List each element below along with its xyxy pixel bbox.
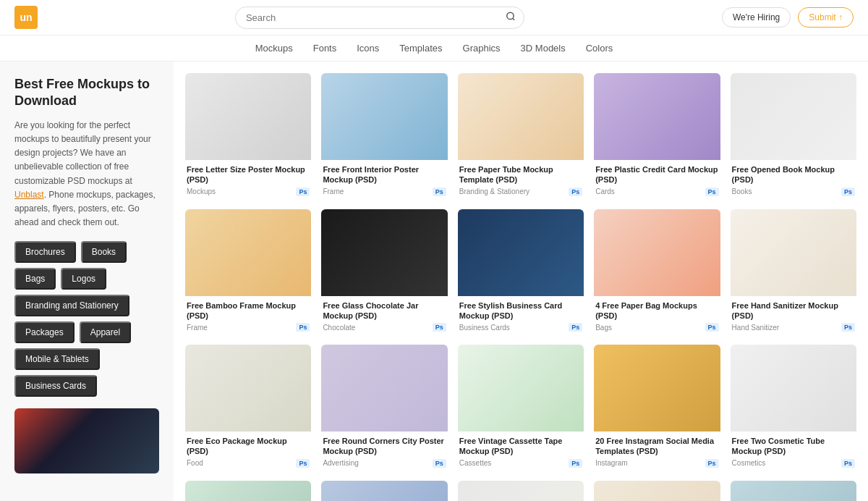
card-title-8: 4 Free Paper Bag Mockups (PSD): [595, 300, 718, 321]
card-title-0: Free Letter Size Poster Mockup (PSD): [187, 164, 310, 185]
nav-item-3d models[interactable]: 3D Models: [521, 43, 566, 54]
card-info-13: 20 Free Instagram Social Media Templates…: [594, 431, 720, 471]
card-15[interactable]: Free Mockup 1 Mockups Ps: [185, 481, 311, 501]
tag-mobile-&-tablets[interactable]: Mobile & Tablets: [14, 348, 100, 370]
card-meta-4: Books Ps: [732, 188, 855, 196]
tag-apparel[interactable]: Apparel: [80, 321, 131, 343]
card-10[interactable]: Free Eco Package Mockup (PSD) Food Ps: [185, 345, 311, 471]
nav-item-mockups[interactable]: Mockups: [255, 43, 293, 54]
card-meta-8: Bags Ps: [595, 323, 718, 332]
card-12[interactable]: Free Vintage Cassette Tape Mockup (PSD) …: [458, 345, 584, 471]
ps-badge-14: Ps: [841, 459, 855, 468]
tag-brochures[interactable]: Brochures: [14, 241, 76, 263]
card-title-7: Free Stylish Business Card Mockup (PSD): [459, 300, 582, 321]
card-info-7: Free Stylish Business Card Mockup (PSD) …: [458, 296, 584, 335]
card-title-14: Free Two Cosmetic Tube Mockup (PSD): [732, 436, 855, 457]
card-meta-9: Hand Sanitizer Ps: [732, 323, 855, 332]
card-image-18: [594, 481, 720, 501]
card-info-12: Free Vintage Cassette Tape Mockup (PSD) …: [458, 431, 584, 471]
card-info-10: Free Eco Package Mockup (PSD) Food Ps: [185, 431, 311, 471]
tag-packages[interactable]: Packages: [14, 321, 75, 343]
sidebar: Best Free Mockups to Download Are you lo…: [0, 62, 174, 501]
card-9[interactable]: Free Hand Sanitizer Mockup (PSD) Hand Sa…: [731, 209, 856, 335]
tag-branding-and-stationery[interactable]: Branding and Stationery: [14, 295, 129, 316]
card-image-10: [185, 345, 311, 431]
card-category-3: Cards: [595, 188, 615, 195]
card-19[interactable]: Free Bag Mockup Bags Ps: [731, 481, 856, 501]
tag-business-cards[interactable]: Business Cards: [14, 375, 97, 397]
card-info-5: Free Bamboo Frame Mockup (PSD) Frame Ps: [185, 296, 311, 335]
card-3[interactable]: Free Plastic Credit Card Mockup (PSD) Ca…: [594, 73, 720, 199]
card-title-12: Free Vintage Cassette Tape Mockup (PSD): [459, 436, 582, 457]
ps-badge-10: Ps: [296, 459, 310, 468]
logo[interactable]: un: [14, 6, 38, 29]
card-title-5: Free Bamboo Frame Mockup (PSD): [187, 300, 310, 321]
card-4[interactable]: Free Opened Book Mockup (PSD) Books Ps: [731, 73, 856, 199]
main-nav: MockupsFontsIconsTemplatesGraphics3D Mod…: [0, 35, 868, 62]
card-5[interactable]: Free Bamboo Frame Mockup (PSD) Frame Ps: [185, 209, 311, 335]
card-category-11: Advertising: [323, 459, 358, 467]
content-area: Free Letter Size Poster Mockup (PSD) Moc…: [174, 62, 868, 501]
card-18[interactable]: Free Person Mockup Apparel Ps: [594, 481, 720, 501]
svg-point-0: [507, 12, 514, 19]
card-info-0: Free Letter Size Poster Mockup (PSD) Moc…: [185, 160, 311, 199]
card-17[interactable]: Free Box Mockup Packaging Ps: [458, 481, 584, 501]
tag-logos[interactable]: Logos: [61, 268, 106, 290]
ps-badge-4: Ps: [841, 188, 855, 196]
card-category-6: Chocolate: [323, 324, 355, 332]
card-category-8: Bags: [595, 324, 612, 332]
card-category-2: Branding & Stationery: [459, 188, 529, 195]
card-meta-12: Cassettes Ps: [459, 459, 582, 468]
nav-item-colors[interactable]: Colors: [586, 43, 613, 54]
card-1[interactable]: Free Front Interior Poster Mockup (PSD) …: [321, 73, 447, 199]
card-meta-6: Chocolate Ps: [323, 323, 446, 332]
card-image-0: [185, 73, 311, 160]
card-11[interactable]: Free Round Corners City Poster Mockup (P…: [321, 345, 447, 471]
card-image-7: [458, 209, 584, 296]
hiring-button[interactable]: We're Hiring: [722, 7, 791, 28]
card-info-3: Free Plastic Credit Card Mockup (PSD) Ca…: [594, 160, 720, 199]
card-image-5: [185, 209, 311, 296]
ps-badge-7: Ps: [569, 323, 582, 332]
tag-books[interactable]: Books: [81, 241, 127, 263]
card-image-2: [458, 73, 584, 160]
nav-item-icons[interactable]: Icons: [357, 43, 379, 54]
card-8[interactable]: 4 Free Paper Bag Mockups (PSD) Bags Ps: [594, 209, 720, 335]
ps-badge-13: Ps: [705, 459, 719, 468]
header: un We're Hiring Submit ↑: [0, 0, 868, 35]
card-info-1: Free Front Interior Poster Mockup (PSD) …: [321, 160, 447, 199]
submit-button[interactable]: Submit ↑: [798, 7, 854, 28]
nav-item-graphics[interactable]: Graphics: [463, 43, 501, 54]
card-image-6: [321, 209, 447, 296]
search-input[interactable]: [235, 7, 524, 29]
tag-bags[interactable]: Bags: [14, 268, 56, 290]
card-info-9: Free Hand Sanitizer Mockup (PSD) Hand Sa…: [731, 296, 856, 335]
card-6[interactable]: Free Glass Chocolate Jar Mockup (PSD) Ch…: [321, 209, 447, 335]
tag-grid: BrochuresBooksBagsLogosBranding and Stat…: [14, 241, 159, 397]
card-7[interactable]: Free Stylish Business Card Mockup (PSD) …: [458, 209, 584, 335]
card-info-6: Free Glass Chocolate Jar Mockup (PSD) Ch…: [321, 296, 447, 335]
card-0[interactable]: Free Letter Size Poster Mockup (PSD) Moc…: [185, 73, 311, 199]
card-13[interactable]: 20 Free Instagram Social Media Templates…: [594, 345, 720, 471]
card-2[interactable]: Free Paper Tube Mockup Template (PSD) Br…: [458, 73, 584, 199]
nav-item-templates[interactable]: Templates: [399, 43, 442, 54]
card-image-9: [731, 209, 856, 296]
ps-badge-3: Ps: [705, 188, 719, 196]
card-category-12: Cassettes: [459, 459, 491, 467]
card-title-2: Free Paper Tube Mockup Template (PSD): [459, 164, 582, 185]
card-14[interactable]: Free Two Cosmetic Tube Mockup (PSD) Cosm…: [731, 345, 856, 471]
card-title-11: Free Round Corners City Poster Mockup (P…: [323, 436, 446, 457]
card-16[interactable]: Amazing Mockups Mockups Ps: [321, 481, 447, 501]
card-image-19: [731, 481, 856, 501]
mockup-grid: Free Letter Size Poster Mockup (PSD) Moc…: [185, 73, 856, 501]
header-actions: We're Hiring Submit ↑: [722, 7, 854, 28]
card-info-8: 4 Free Paper Bag Mockups (PSD) Bags Ps: [594, 296, 720, 335]
card-image-14: [731, 345, 856, 431]
logo-text: un: [20, 12, 32, 23]
card-category-13: Instagram: [595, 459, 627, 467]
sidebar-image: [14, 408, 159, 473]
card-meta-10: Food Ps: [187, 459, 310, 468]
unblast-link[interactable]: Unblast: [14, 190, 44, 200]
card-meta-3: Cards Ps: [595, 188, 718, 196]
nav-item-fonts[interactable]: Fonts: [313, 43, 337, 54]
